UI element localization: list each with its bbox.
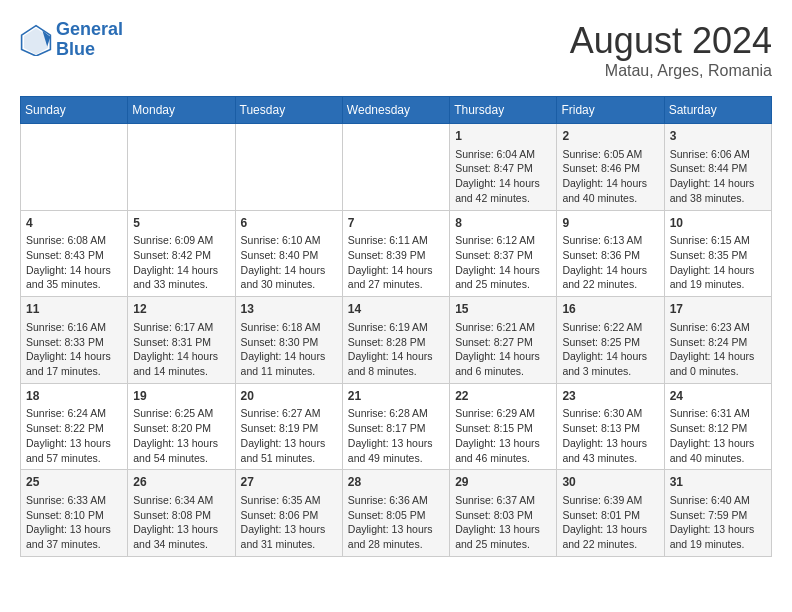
day-info: and 34 minutes. xyxy=(133,538,208,550)
day-info: and 51 minutes. xyxy=(241,452,316,464)
calendar-cell: 14Sunrise: 6:19 AMSunset: 8:28 PMDayligh… xyxy=(342,297,449,384)
day-info: and 28 minutes. xyxy=(348,538,423,550)
day-number: 14 xyxy=(348,301,444,318)
calendar-cell: 23Sunrise: 6:30 AMSunset: 8:13 PMDayligh… xyxy=(557,383,664,470)
calendar-cell: 20Sunrise: 6:27 AMSunset: 8:19 PMDayligh… xyxy=(235,383,342,470)
day-info: and 19 minutes. xyxy=(670,538,745,550)
day-info: Daylight: 14 hours xyxy=(348,264,433,276)
day-info: Daylight: 14 hours xyxy=(455,177,540,189)
day-info: Daylight: 13 hours xyxy=(455,437,540,449)
day-info: Sunset: 8:39 PM xyxy=(348,249,426,261)
day-number: 15 xyxy=(455,301,551,318)
day-info: Daylight: 14 hours xyxy=(562,177,647,189)
calendar-cell: 4Sunrise: 6:08 AMSunset: 8:43 PMDaylight… xyxy=(21,210,128,297)
day-info: Sunrise: 6:13 AM xyxy=(562,234,642,246)
day-info: Sunrise: 6:23 AM xyxy=(670,321,750,333)
day-info: Sunrise: 6:29 AM xyxy=(455,407,535,419)
calendar-cell: 28Sunrise: 6:36 AMSunset: 8:05 PMDayligh… xyxy=(342,470,449,557)
day-info: Daylight: 14 hours xyxy=(670,350,755,362)
day-info: Daylight: 13 hours xyxy=(670,437,755,449)
day-number: 11 xyxy=(26,301,122,318)
day-info: Sunrise: 6:35 AM xyxy=(241,494,321,506)
calendar-cell: 1Sunrise: 6:04 AMSunset: 8:47 PMDaylight… xyxy=(450,124,557,211)
day-number: 28 xyxy=(348,474,444,491)
day-info: and 46 minutes. xyxy=(455,452,530,464)
day-info: and 42 minutes. xyxy=(455,192,530,204)
day-info: Sunrise: 6:34 AM xyxy=(133,494,213,506)
day-header-tuesday: Tuesday xyxy=(235,97,342,124)
day-number: 8 xyxy=(455,215,551,232)
calendar-cell xyxy=(128,124,235,211)
day-number: 9 xyxy=(562,215,658,232)
day-info: Sunset: 7:59 PM xyxy=(670,509,748,521)
day-number: 25 xyxy=(26,474,122,491)
day-info: Sunset: 8:27 PM xyxy=(455,336,533,348)
day-info: and 57 minutes. xyxy=(26,452,101,464)
day-info: and 38 minutes. xyxy=(670,192,745,204)
day-info: Daylight: 14 hours xyxy=(241,350,326,362)
day-info: and 30 minutes. xyxy=(241,278,316,290)
day-info: Sunrise: 6:10 AM xyxy=(241,234,321,246)
day-info: Sunrise: 6:28 AM xyxy=(348,407,428,419)
day-number: 22 xyxy=(455,388,551,405)
day-info: and 17 minutes. xyxy=(26,365,101,377)
calendar-cell: 19Sunrise: 6:25 AMSunset: 8:20 PMDayligh… xyxy=(128,383,235,470)
day-info: Daylight: 13 hours xyxy=(562,437,647,449)
day-info: Sunset: 8:06 PM xyxy=(241,509,319,521)
day-info: Sunrise: 6:17 AM xyxy=(133,321,213,333)
day-info: Daylight: 13 hours xyxy=(26,523,111,535)
day-header-thursday: Thursday xyxy=(450,97,557,124)
calendar-cell: 17Sunrise: 6:23 AMSunset: 8:24 PMDayligh… xyxy=(664,297,771,384)
day-info: Sunset: 8:30 PM xyxy=(241,336,319,348)
day-info: and 35 minutes. xyxy=(26,278,101,290)
day-number: 30 xyxy=(562,474,658,491)
day-number: 23 xyxy=(562,388,658,405)
day-info: and 6 minutes. xyxy=(455,365,524,377)
day-info: and 14 minutes. xyxy=(133,365,208,377)
calendar-cell: 18Sunrise: 6:24 AMSunset: 8:22 PMDayligh… xyxy=(21,383,128,470)
day-info: Sunrise: 6:16 AM xyxy=(26,321,106,333)
calendar-cell: 27Sunrise: 6:35 AMSunset: 8:06 PMDayligh… xyxy=(235,470,342,557)
day-info: Sunset: 8:05 PM xyxy=(348,509,426,521)
day-header-friday: Friday xyxy=(557,97,664,124)
day-info: Sunrise: 6:31 AM xyxy=(670,407,750,419)
day-number: 21 xyxy=(348,388,444,405)
calendar-cell: 5Sunrise: 6:09 AMSunset: 8:42 PMDaylight… xyxy=(128,210,235,297)
day-info: Sunset: 8:24 PM xyxy=(670,336,748,348)
day-info: Daylight: 13 hours xyxy=(241,437,326,449)
day-info: Sunset: 8:42 PM xyxy=(133,249,211,261)
day-info: and 31 minutes. xyxy=(241,538,316,550)
day-number: 2 xyxy=(562,128,658,145)
day-info: Sunrise: 6:37 AM xyxy=(455,494,535,506)
day-info: Sunset: 8:22 PM xyxy=(26,422,104,434)
calendar-cell: 29Sunrise: 6:37 AMSunset: 8:03 PMDayligh… xyxy=(450,470,557,557)
day-info: and 49 minutes. xyxy=(348,452,423,464)
day-info: Sunrise: 6:19 AM xyxy=(348,321,428,333)
page-header: General Blue August 2024 Matau, Arges, R… xyxy=(20,20,772,80)
day-info: Sunrise: 6:33 AM xyxy=(26,494,106,506)
day-number: 4 xyxy=(26,215,122,232)
day-info: Sunrise: 6:24 AM xyxy=(26,407,106,419)
day-info: Sunset: 8:31 PM xyxy=(133,336,211,348)
day-number: 10 xyxy=(670,215,766,232)
day-info: Sunrise: 6:22 AM xyxy=(562,321,642,333)
day-info: and 40 minutes. xyxy=(670,452,745,464)
day-number: 7 xyxy=(348,215,444,232)
day-info: and 11 minutes. xyxy=(241,365,316,377)
day-info: Sunset: 8:03 PM xyxy=(455,509,533,521)
day-number: 3 xyxy=(670,128,766,145)
day-info: Sunset: 8:44 PM xyxy=(670,162,748,174)
day-info: Daylight: 13 hours xyxy=(133,523,218,535)
day-number: 16 xyxy=(562,301,658,318)
day-info: Sunset: 8:25 PM xyxy=(562,336,640,348)
calendar-week-2: 4Sunrise: 6:08 AMSunset: 8:43 PMDaylight… xyxy=(21,210,772,297)
calendar-cell: 7Sunrise: 6:11 AMSunset: 8:39 PMDaylight… xyxy=(342,210,449,297)
day-info: and 54 minutes. xyxy=(133,452,208,464)
day-info: and 40 minutes. xyxy=(562,192,637,204)
logo: General Blue xyxy=(20,20,123,60)
day-info: Sunset: 8:46 PM xyxy=(562,162,640,174)
day-info: Daylight: 13 hours xyxy=(241,523,326,535)
day-info: Daylight: 14 hours xyxy=(26,350,111,362)
day-info: Sunrise: 6:30 AM xyxy=(562,407,642,419)
day-number: 5 xyxy=(133,215,229,232)
